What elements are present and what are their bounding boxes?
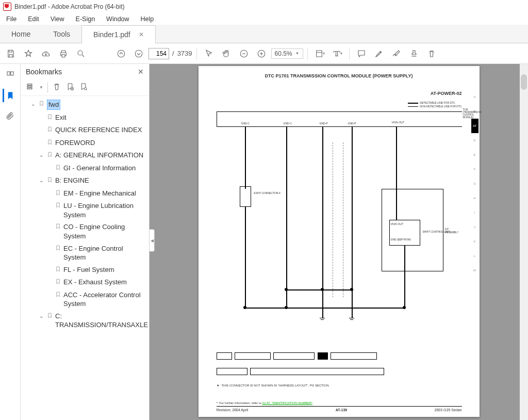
diagram-legend: DETECTABLE LINE FOR DTC NON-DETECTABLE L… bbox=[408, 101, 461, 108]
menu-esign[interactable]: E-Sign bbox=[74, 14, 97, 24]
tab-tools[interactable]: Tools bbox=[42, 25, 81, 43]
section-tab: M bbox=[471, 263, 478, 278]
bookmarks-close-button[interactable]: ✕ bbox=[138, 68, 144, 76]
attachments-panel-button[interactable] bbox=[4, 109, 17, 123]
acrobat-app-icon bbox=[3, 3, 11, 11]
hand-tool-button[interactable] bbox=[219, 46, 234, 61]
pin-gndp-2: GND-P bbox=[348, 122, 356, 125]
chevron-icon[interactable] bbox=[46, 244, 53, 245]
svg-point-0 bbox=[78, 51, 82, 55]
zoom-out-button[interactable] bbox=[236, 46, 252, 61]
svg-point-2 bbox=[135, 50, 142, 57]
page-display-button[interactable] bbox=[312, 46, 327, 61]
diagram-id: AT-POWER-02 bbox=[431, 91, 462, 96]
highlight-button[interactable] bbox=[371, 46, 387, 61]
chevron-icon[interactable]: ⌄ bbox=[38, 151, 44, 159]
bookmark-find-button[interactable] bbox=[79, 82, 88, 93]
zoom-level-dropdown[interactable]: 60.5%▼ bbox=[271, 49, 303, 59]
panel-collapse-handle[interactable]: ◀ bbox=[150, 229, 155, 252]
bookmark-item[interactable]: EM - Engine Mechanical bbox=[23, 187, 148, 200]
chevron-icon[interactable]: ⌄ bbox=[38, 176, 44, 184]
bookmarks-toolbar: ▼ bbox=[21, 79, 149, 96]
at-assembly-label: A/T ASSEMBLY bbox=[445, 228, 462, 234]
delete-button[interactable] bbox=[424, 46, 439, 61]
tcm-label: TCM (TRANSMISSION CONTROL MODULE) bbox=[463, 109, 480, 119]
gi-reference-link[interactable]: GI-47, "IDENTIFICATION NUMBER" bbox=[262, 401, 313, 405]
bookmark-item[interactable]: GI - General Information bbox=[23, 162, 148, 175]
bookmark-delete-button[interactable] bbox=[52, 82, 61, 93]
page-number-input[interactable] bbox=[148, 48, 169, 59]
read-mode-button[interactable] bbox=[329, 46, 345, 61]
bookmark-label: QUICK REFERENCE INDEX bbox=[55, 125, 142, 135]
footer-model: 2003 G35 Sedan bbox=[435, 408, 462, 412]
section-tab: AT bbox=[471, 119, 478, 133]
bookmarks-panel-button[interactable] bbox=[3, 89, 16, 102]
bookmarks-options-button[interactable] bbox=[26, 82, 35, 93]
bookmark-item[interactable]: EX - Exhaust System bbox=[23, 276, 148, 289]
bookmark-item[interactable]: CO - Engine Cooling System bbox=[23, 221, 148, 242]
stamp-button[interactable] bbox=[406, 46, 422, 61]
menu-window[interactable]: Window bbox=[104, 14, 131, 24]
bookmark-item[interactable]: LU - Engine Lubrication System bbox=[23, 200, 148, 221]
tab-home[interactable]: Home bbox=[0, 25, 42, 43]
find-button[interactable] bbox=[73, 46, 89, 61]
vertical-scrollbar[interactable] bbox=[520, 64, 528, 420]
bookmarks-tree[interactable]: ⌄fwdExitQUICK REFERENCE INDEXFOREWORD⌄A:… bbox=[21, 96, 149, 420]
menu-bar: File Edit View E-Sign Window Help bbox=[0, 13, 528, 25]
zoom-in-button[interactable] bbox=[254, 46, 269, 61]
chevron-icon[interactable]: ⌄ bbox=[30, 100, 36, 108]
bookmark-item[interactable]: FL - Fuel System bbox=[23, 264, 148, 277]
chevron-icon[interactable] bbox=[38, 113, 44, 114]
window-title: Binder1.pdf - Adobe Acrobat Pro (64-bit) bbox=[14, 3, 124, 10]
chevron-icon[interactable] bbox=[46, 222, 53, 223]
tab-document[interactable]: Binder1.pdf ✕ bbox=[81, 25, 156, 43]
menu-edit[interactable]: Edit bbox=[26, 14, 41, 24]
chevron-icon[interactable] bbox=[46, 201, 53, 202]
bookmark-item[interactable]: ACC - Accelerator Control System bbox=[23, 289, 148, 310]
chevron-icon[interactable] bbox=[46, 265, 53, 266]
bookmark-item[interactable]: ⌄B: ENGINE bbox=[23, 174, 148, 187]
bookmark-item[interactable]: ⌄A: GENERAL INFORMATION bbox=[23, 149, 148, 162]
menu-file[interactable]: File bbox=[4, 14, 19, 24]
print-button[interactable] bbox=[56, 46, 71, 61]
bookmark-item[interactable]: ⌄fwd bbox=[23, 98, 148, 111]
chevron-icon[interactable] bbox=[38, 138, 44, 139]
sign-button[interactable] bbox=[389, 46, 404, 61]
bookmarks-title: Bookmarks bbox=[26, 68, 62, 76]
star-button[interactable] bbox=[21, 46, 36, 61]
chevron-icon[interactable] bbox=[46, 290, 53, 292]
chevron-icon[interactable] bbox=[38, 125, 44, 126]
bookmark-item[interactable]: Exit bbox=[23, 111, 148, 124]
selection-tool-button[interactable] bbox=[201, 46, 217, 61]
bookmark-item[interactable]: EC - Engine Control System bbox=[23, 243, 148, 264]
tab-close-icon[interactable]: ✕ bbox=[139, 31, 144, 38]
page-down-button[interactable] bbox=[131, 46, 146, 61]
page-separator: / bbox=[172, 50, 174, 57]
document-viewer[interactable]: ◀ DTC P1701 TRANSMISSION CONTROL MODULE … bbox=[150, 64, 528, 420]
footer-revision: Revision; 2004 April bbox=[217, 408, 249, 412]
chevron-icon[interactable] bbox=[46, 164, 53, 165]
save-button[interactable] bbox=[3, 46, 19, 61]
menu-help[interactable]: Help bbox=[139, 14, 156, 24]
pin-gndc-1: GND-C bbox=[241, 122, 250, 125]
section-tab: I bbox=[471, 205, 478, 220]
comment-button[interactable] bbox=[354, 46, 369, 61]
thumbnails-panel-button[interactable] bbox=[4, 68, 17, 82]
bookmark-new-button[interactable] bbox=[65, 82, 75, 93]
menu-view[interactable]: View bbox=[48, 14, 67, 24]
bookmark-label: Exit bbox=[55, 113, 67, 122]
section-tab: J bbox=[471, 220, 478, 234]
svg-rect-7 bbox=[27, 84, 32, 85]
page-up-button[interactable] bbox=[113, 46, 129, 61]
scrollbar-thumb[interactable] bbox=[521, 74, 527, 90]
cloud-button[interactable] bbox=[38, 46, 54, 61]
bookmark-label: LU - Engine Lubrication System bbox=[63, 201, 147, 219]
chevron-icon[interactable] bbox=[46, 278, 53, 279]
bookmark-item[interactable]: FOREWORD bbox=[23, 137, 148, 150]
bookmark-item[interactable]: ⌄C: TRANSMISSION/TRANSAXLE bbox=[23, 310, 148, 331]
bookmark-item[interactable]: QUICK REFERENCE INDEX bbox=[23, 124, 148, 137]
chevron-icon[interactable]: ⌄ bbox=[38, 312, 44, 320]
svg-point-1 bbox=[118, 50, 125, 57]
chevron-icon[interactable] bbox=[46, 189, 53, 190]
legend-nondetectable: NON-DETECTABLE LINE FOR DTC bbox=[420, 105, 461, 108]
